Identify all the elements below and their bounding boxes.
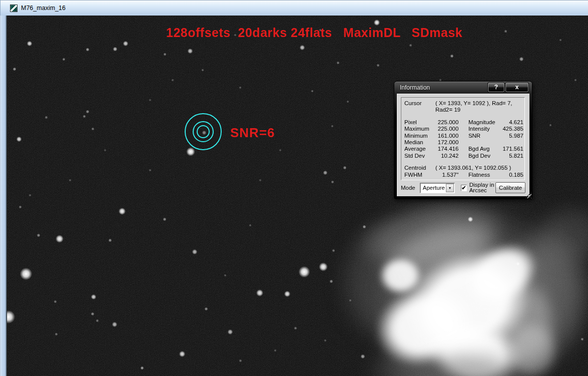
star bbox=[192, 249, 197, 254]
star bbox=[7, 309, 16, 325]
star bbox=[239, 359, 242, 362]
star bbox=[324, 339, 327, 342]
star bbox=[249, 224, 252, 227]
star bbox=[83, 115, 86, 118]
star bbox=[69, 179, 72, 182]
star bbox=[450, 54, 454, 58]
document-icon bbox=[10, 5, 18, 12]
window-titlebar[interactable]: M76_maxim_16 bbox=[0, 0, 588, 16]
star bbox=[19, 267, 33, 281]
star bbox=[112, 321, 117, 327]
display-in-arcsec-checkbox[interactable]: ✔ bbox=[461, 185, 467, 191]
cursor-label: Cursor bbox=[404, 100, 435, 114]
star bbox=[140, 366, 144, 370]
star bbox=[179, 350, 186, 357]
window-title: M76_maxim_16 bbox=[21, 5, 66, 12]
mode-selected-value: Aperture bbox=[423, 185, 445, 191]
star bbox=[331, 180, 334, 184]
star bbox=[362, 225, 366, 229]
mode-label: Mode bbox=[401, 185, 415, 191]
star bbox=[519, 57, 524, 62]
star bbox=[376, 64, 380, 67]
star bbox=[91, 312, 95, 316]
stat-row: Pixel225.000Magnitude4.621 bbox=[404, 119, 523, 126]
aperture-inner-ring bbox=[197, 125, 210, 138]
star bbox=[343, 166, 347, 170]
centroid-row: Centroid ( X= 1393.061, Y= 1092.055 ) bbox=[404, 165, 523, 171]
star bbox=[104, 149, 107, 152]
mode-dropdown[interactable]: Aperture ▼ bbox=[420, 183, 455, 193]
star bbox=[467, 216, 473, 222]
star bbox=[284, 290, 291, 297]
star bbox=[516, 262, 520, 266]
dialog-title: Information bbox=[400, 84, 430, 91]
star bbox=[123, 41, 128, 46]
star bbox=[149, 169, 152, 172]
star bbox=[16, 136, 23, 143]
star bbox=[279, 149, 282, 152]
star bbox=[91, 294, 97, 300]
star bbox=[323, 170, 328, 175]
star bbox=[332, 249, 335, 252]
centroid-label: Centroid bbox=[404, 165, 435, 171]
star bbox=[27, 41, 32, 46]
star bbox=[346, 100, 349, 103]
star bbox=[298, 265, 310, 278]
stat-row: Minimum161.000SNR5.987 bbox=[404, 133, 523, 139]
star bbox=[149, 99, 152, 102]
star bbox=[336, 61, 340, 65]
star bbox=[259, 179, 262, 182]
star bbox=[29, 194, 32, 197]
star bbox=[256, 289, 264, 297]
star bbox=[329, 279, 333, 283]
star bbox=[45, 116, 48, 119]
star bbox=[349, 299, 352, 302]
star bbox=[163, 53, 167, 56]
star bbox=[86, 110, 90, 114]
star bbox=[559, 39, 562, 42]
help-button[interactable]: ? bbox=[488, 83, 504, 92]
star bbox=[113, 47, 118, 52]
star bbox=[19, 205, 22, 209]
calibration-annotation: 128offsets 20darks 24flats MaximDL SDmas… bbox=[166, 26, 462, 40]
star bbox=[91, 127, 95, 131]
star bbox=[574, 79, 577, 82]
chevron-down-icon[interactable]: ▼ bbox=[446, 184, 454, 192]
star bbox=[13, 67, 17, 71]
star bbox=[580, 337, 584, 341]
stat-row: Std Dev10.242Bgd Dev5.821 bbox=[404, 153, 523, 159]
window-left-border bbox=[0, 16, 7, 376]
centroid-value: ( X= 1393.061, Y= 1092.055 ) bbox=[435, 165, 523, 171]
star bbox=[409, 44, 412, 47]
star bbox=[118, 207, 127, 216]
star bbox=[55, 234, 64, 243]
calibrate-button[interactable]: Calibrate >> bbox=[495, 182, 525, 193]
star bbox=[224, 274, 227, 277]
screenshot-root: { "window": { "title": "M76_maxim_16" },… bbox=[0, 0, 588, 376]
star bbox=[294, 326, 297, 330]
star bbox=[274, 349, 277, 352]
star bbox=[163, 217, 167, 221]
checkbox-check-icon: ✔ bbox=[461, 185, 466, 191]
information-dialog[interactable]: Information ? x Cursor ( X= 1393, Y= 109… bbox=[394, 81, 532, 199]
star bbox=[318, 262, 328, 272]
star bbox=[62, 58, 66, 61]
star bbox=[108, 238, 112, 242]
star bbox=[504, 30, 507, 33]
display-in-arcsec-label: Display in Arcsec bbox=[469, 182, 496, 194]
star bbox=[171, 79, 174, 82]
star bbox=[311, 90, 314, 93]
star bbox=[54, 300, 57, 303]
star bbox=[96, 319, 99, 322]
star bbox=[186, 147, 196, 157]
star bbox=[360, 354, 365, 359]
star bbox=[204, 307, 208, 311]
star bbox=[373, 19, 380, 26]
dialog-content: Cursor ( X= 1393, Y= 1092 ), Rad= 7, Rad… bbox=[397, 94, 529, 196]
close-icon[interactable]: x bbox=[505, 83, 528, 92]
stat-row: Median172.000 bbox=[404, 139, 523, 146]
star bbox=[37, 233, 41, 237]
star bbox=[331, 125, 334, 128]
star bbox=[201, 69, 204, 72]
star bbox=[86, 48, 90, 52]
